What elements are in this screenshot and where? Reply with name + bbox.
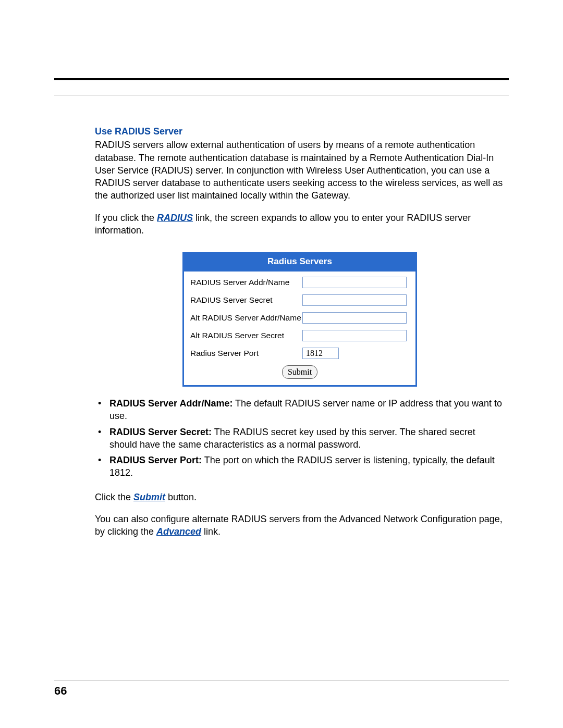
bullet-term: RADIUS Server Addr/Name: (109, 398, 232, 409)
alt-radius-secret-input[interactable] (302, 330, 407, 341)
page-content: Use RADIUS Server RADIUS servers allow e… (95, 125, 505, 538)
text-fragment: If you click the (95, 213, 157, 223)
text-fragment: link. (201, 526, 221, 537)
header-thin-rule (54, 95, 509, 95)
radius-port-label: Radius Server Port (190, 348, 302, 359)
alt-radius-addr-label: Alt RADIUS Server Addr/Name (190, 313, 302, 324)
radius-figure: Radius Servers RADIUS Server Addr/Name R… (95, 252, 505, 387)
radius-secret-input[interactable] (302, 294, 407, 306)
submit-link[interactable]: Submit (133, 492, 165, 502)
bullet-term: RADIUS Server Secret: (109, 427, 212, 437)
radius-row: RADIUS Server Addr/Name (190, 277, 409, 288)
intro-paragraph: RADIUS servers allow external authentica… (95, 139, 505, 202)
radius-row: Alt RADIUS Server Addr/Name (190, 312, 409, 324)
text-fragment: Click the (95, 492, 133, 502)
radius-secret-label: RADIUS Server Secret (190, 295, 302, 306)
radius-addr-label: RADIUS Server Addr/Name (190, 277, 302, 288)
header-thick-rule (54, 78, 509, 80)
radius-row: Radius Server Port (190, 348, 409, 359)
radius-addr-input[interactable] (302, 277, 407, 288)
page-number: 66 (54, 684, 67, 698)
radius-row: RADIUS Server Secret (190, 294, 409, 306)
alt-radius-addr-input[interactable] (302, 312, 407, 324)
submit-button[interactable]: Submit (282, 365, 317, 379)
radius-row: Alt RADIUS Server Secret (190, 330, 409, 341)
list-item: RADIUS Server Secret: The RADIUS secret … (95, 426, 505, 451)
footer-rule (54, 681, 509, 681)
bullet-list: RADIUS Server Addr/Name: The default RAD… (95, 397, 505, 479)
radius-port-input[interactable] (302, 348, 339, 359)
advanced-link[interactable]: Advanced (156, 526, 201, 537)
bullet-term: RADIUS Server Port: (109, 455, 202, 465)
click-submit-paragraph: Click the Submit button. (95, 491, 505, 503)
radius-link-paragraph: If you click the RADIUS link, the screen… (95, 212, 505, 237)
radius-panel-title: Radius Servers (184, 254, 415, 272)
radius-servers-panel: Radius Servers RADIUS Server Addr/Name R… (182, 252, 417, 387)
list-item: RADIUS Server Port: The port on which th… (95, 454, 505, 479)
text-fragment: button. (165, 492, 197, 502)
advanced-paragraph: You can also configure alternate RADIUS … (95, 513, 505, 538)
radius-link[interactable]: RADIUS (157, 213, 193, 223)
alt-radius-secret-label: Alt RADIUS Server Secret (190, 330, 302, 341)
section-heading: Use RADIUS Server (95, 125, 505, 138)
list-item: RADIUS Server Addr/Name: The default RAD… (95, 397, 505, 423)
